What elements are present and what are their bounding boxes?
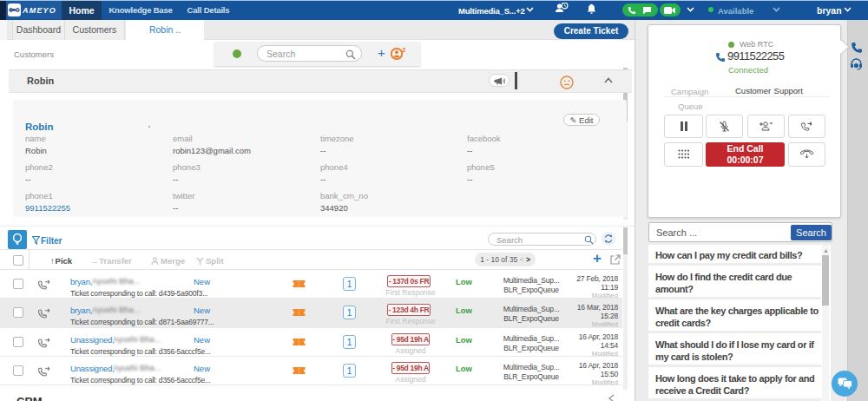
svg-text:2: 2 [402, 47, 405, 54]
